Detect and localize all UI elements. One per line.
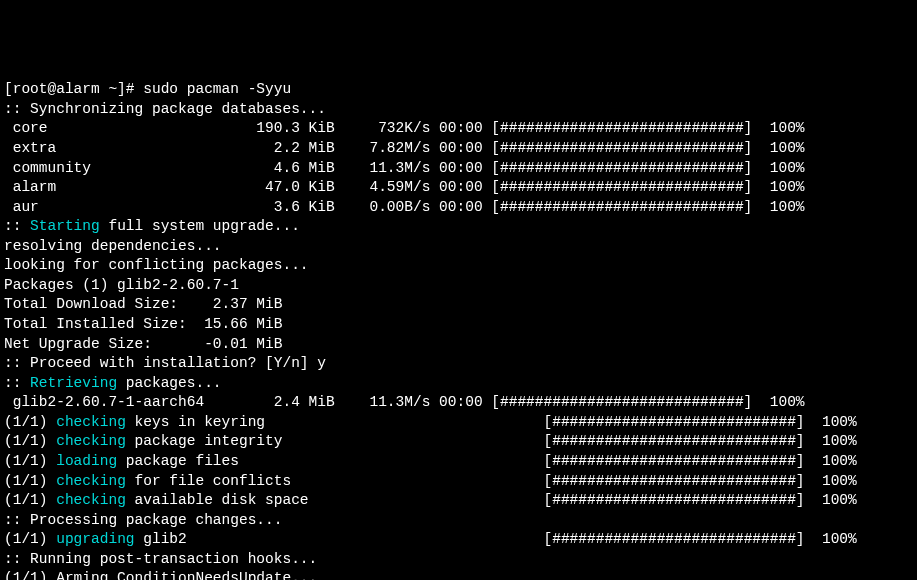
repo-row: community 4.6 MiB 11.3M/s 00:00 [#######… <box>4 159 913 179</box>
processing: :: Processing package changes... <box>4 511 913 531</box>
totals-line: Total Download Size: 2.37 MiB <box>4 295 913 315</box>
resolving: resolving dependencies... <box>4 237 913 257</box>
sync-header: :: Synchronizing package databases... <box>4 100 913 120</box>
step-row: (1/1) checking for file conflicts [#####… <box>4 472 913 492</box>
hooks: :: Running post-transaction hooks... <box>4 550 913 570</box>
starting-upgrade: :: Starting full system upgrade... <box>4 217 913 237</box>
repo-row: core 190.3 KiB 732K/s 00:00 [###########… <box>4 119 913 139</box>
step-row: (1/1) checking available disk space [###… <box>4 491 913 511</box>
totals-line: Total Installed Size: 15.66 MiB <box>4 315 913 335</box>
repo-row: extra 2.2 MiB 7.82M/s 00:00 [###########… <box>4 139 913 159</box>
upgrade-row: (1/1) upgrading glib2 [#################… <box>4 530 913 550</box>
terminal-output[interactable]: [root@alarm ~]# sudo pacman -Syyu:: Sync… <box>4 80 913 580</box>
packages-line: Packages (1) glib2-2.60.7-1 <box>4 276 913 296</box>
download-row: glib2-2.60.7-1-aarch64 2.4 MiB 11.3M/s 0… <box>4 393 913 413</box>
totals-line: Net Upgrade Size: -0.01 MiB <box>4 335 913 355</box>
looking: looking for conflicting packages... <box>4 256 913 276</box>
step-row: (1/1) checking keys in keyring [########… <box>4 413 913 433</box>
step-row: (1/1) checking package integrity [######… <box>4 432 913 452</box>
shell-prompt: [root@alarm ~]# sudo pacman -Syyu <box>4 80 913 100</box>
repo-row: aur 3.6 KiB 0.00B/s 00:00 [#############… <box>4 198 913 218</box>
arming: (1/1) Arming ConditionNeedsUpdate... <box>4 569 913 580</box>
proceed-prompt: :: Proceed with installation? [Y/n] y <box>4 354 913 374</box>
retrieving: :: Retrieving packages... <box>4 374 913 394</box>
repo-row: alarm 47.0 KiB 4.59M/s 00:00 [##########… <box>4 178 913 198</box>
step-row: (1/1) loading package files [###########… <box>4 452 913 472</box>
